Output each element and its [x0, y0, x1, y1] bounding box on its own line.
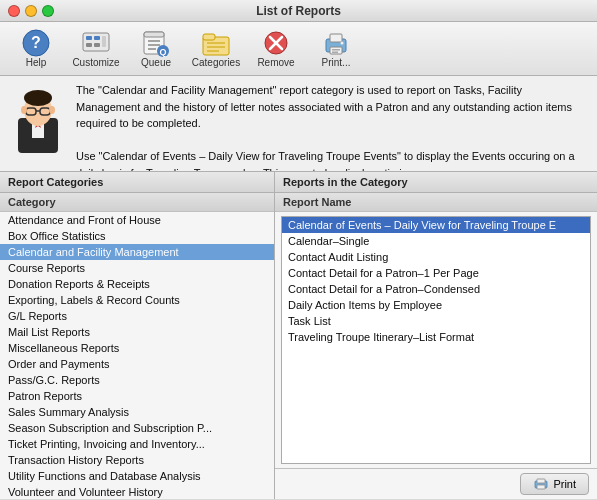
left-panel: Report Categories Category Attendance an…	[0, 172, 275, 499]
svg-point-37	[21, 106, 27, 114]
window-title: List of Reports	[256, 4, 341, 18]
remove-icon	[260, 29, 292, 57]
info-text: The "Calendar and Facility Management" r…	[76, 82, 587, 172]
category-list-item[interactable]: Exporting, Labels & Record Counts	[0, 292, 274, 308]
categories-label: Categories	[192, 57, 240, 68]
svg-text:?: ?	[31, 34, 41, 51]
customize-label: Customize	[72, 57, 119, 68]
categories-button[interactable]: Categories	[188, 26, 244, 72]
close-button[interactable]	[8, 5, 20, 17]
print-btn-icon	[533, 477, 549, 491]
category-list-item[interactable]: Season Subscription and Subscription P..…	[0, 420, 274, 436]
remove-label: Remove	[257, 57, 294, 68]
svg-rect-24	[330, 34, 342, 42]
category-list-item[interactable]: G/L Reports	[0, 308, 274, 324]
left-panel-header: Report Categories	[0, 172, 274, 193]
report-list-item[interactable]: Contact Detail for a Patron–1 Per Page	[282, 265, 590, 281]
print-toolbar-label: Print...	[322, 57, 351, 68]
report-list-item[interactable]: Daily Action Items by Employee	[282, 297, 590, 313]
svg-rect-7	[102, 36, 106, 47]
category-list-item[interactable]: Course Reports	[0, 260, 274, 276]
categories-icon	[200, 29, 232, 57]
report-list: Calendar of Events – Daily View for Trav…	[281, 216, 591, 464]
toolbar: ? Help Customize	[0, 22, 597, 76]
report-list-item[interactable]: Contact Audit Listing	[282, 249, 590, 265]
category-list-item[interactable]: Box Office Statistics	[0, 228, 274, 244]
svg-rect-4	[94, 36, 100, 40]
svg-rect-41	[537, 485, 545, 489]
remove-button[interactable]: Remove	[248, 26, 304, 72]
category-list-item[interactable]: Calendar and Facility Management	[0, 244, 274, 260]
help-button[interactable]: ? Help	[8, 26, 64, 72]
print-toolbar-button[interactable]: Print...	[308, 26, 364, 72]
report-list-item[interactable]: Calendar of Events – Daily View for Trav…	[282, 217, 590, 233]
info-paragraph-1: The "Calendar and Facility Management" r…	[76, 84, 572, 129]
svg-text:Q: Q	[159, 47, 166, 57]
help-icon: ?	[20, 29, 52, 57]
right-panel-header: Reports in the Category	[275, 172, 597, 193]
report-list-item[interactable]: Calendar–Single	[282, 233, 590, 249]
queue-label: Queue	[141, 57, 171, 68]
info-area: The "Calendar and Facility Management" r…	[0, 76, 597, 172]
report-list-item[interactable]: Traveling Troupe Itinerary–List Format	[282, 329, 590, 345]
svg-point-33	[24, 90, 52, 106]
svg-rect-3	[86, 36, 92, 40]
category-list-item[interactable]: Miscellaneous Reports	[0, 340, 274, 356]
svg-rect-5	[86, 43, 92, 47]
category-list-item[interactable]: Ticket Printing, Invoicing and Inventory…	[0, 436, 274, 452]
category-list-item[interactable]: Order and Payments	[0, 356, 274, 372]
category-list-item[interactable]: Transaction History Reports	[0, 452, 274, 468]
report-list-item[interactable]: Task List	[282, 313, 590, 329]
minimize-button[interactable]	[25, 5, 37, 17]
svg-rect-27	[332, 52, 338, 54]
svg-point-28	[341, 42, 344, 45]
right-panel-subheader: Report Name	[275, 193, 597, 212]
category-list-item[interactable]: Sales Summary Analysis	[0, 404, 274, 420]
category-list-item[interactable]: Mail List Reports	[0, 324, 274, 340]
svg-rect-26	[332, 49, 340, 51]
category-list-item[interactable]: Pass/G.C. Reports	[0, 372, 274, 388]
category-list-item[interactable]: Attendance and Front of House	[0, 212, 274, 228]
svg-rect-16	[203, 34, 215, 40]
avatar	[10, 86, 66, 142]
svg-rect-40	[537, 479, 545, 483]
queue-button[interactable]: Q Queue	[128, 26, 184, 72]
category-list-item[interactable]: Volunteer and Volunteer History	[0, 484, 274, 499]
title-bar: List of Reports	[0, 0, 597, 22]
queue-icon: Q	[140, 29, 172, 57]
category-list-item[interactable]: Patron Reports	[0, 388, 274, 404]
right-footer: Print	[275, 468, 597, 499]
info-paragraph-2: Use "Calendar of Events – Daily View for…	[76, 150, 575, 172]
print-button-label: Print	[553, 478, 576, 490]
report-list-item[interactable]: Contact Detail for a Patron–Condensed	[282, 281, 590, 297]
maximize-button[interactable]	[42, 5, 54, 17]
help-label: Help	[26, 57, 47, 68]
svg-rect-6	[94, 43, 100, 47]
category-list-item[interactable]: Donation Reports & Receipts	[0, 276, 274, 292]
left-panel-subheader: Category	[0, 193, 274, 212]
svg-point-38	[49, 106, 55, 114]
print-button[interactable]: Print	[520, 473, 589, 495]
right-panel: Reports in the Category Report Name Cale…	[275, 172, 597, 499]
svg-rect-9	[144, 32, 164, 37]
customize-button[interactable]: Customize	[68, 26, 124, 72]
window-controls[interactable]	[8, 5, 54, 17]
main-content: Report Categories Category Attendance an…	[0, 172, 597, 499]
category-list-item[interactable]: Utility Functions and Database Analysis	[0, 468, 274, 484]
print-icon	[320, 29, 352, 57]
category-list: Attendance and Front of HouseBox Office …	[0, 212, 274, 499]
customize-icon	[80, 29, 112, 57]
